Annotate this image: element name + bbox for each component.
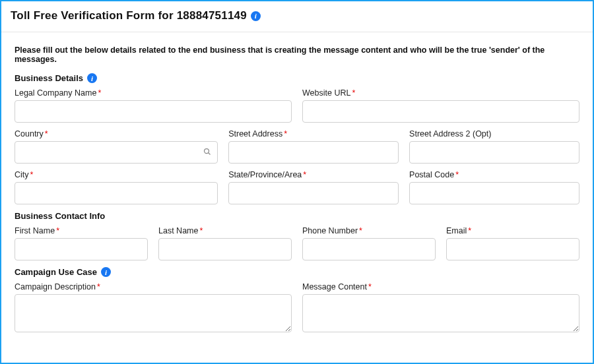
info-icon[interactable]: i (251, 11, 261, 21)
field-street1: Street Address* (228, 129, 399, 164)
field-message-content: Message Content* (302, 282, 579, 332)
required-mark: * (468, 226, 471, 235)
label-text: City (15, 170, 29, 179)
label-website: Website URL* (302, 88, 579, 98)
label-state: State/Province/Area* (228, 170, 399, 179)
input-last-name[interactable] (158, 238, 292, 260)
required-mark: * (45, 129, 48, 138)
country-search-wrap (15, 141, 218, 164)
section-title: Business Details (15, 73, 83, 83)
field-phone: Phone Number* (302, 226, 436, 260)
label-street1: Street Address* (228, 129, 399, 138)
label-email: Email* (446, 226, 579, 235)
row-business-2: Country* Street Address* Street Address … (15, 129, 579, 164)
label-last-name: Last Name* (158, 226, 292, 235)
required-mark: * (455, 170, 459, 179)
required-mark: * (368, 282, 372, 291)
field-first-name: First Name* (15, 226, 148, 260)
input-city[interactable] (15, 182, 218, 204)
label-message-content: Message Content* (302, 282, 579, 291)
field-country: Country* (15, 129, 218, 164)
required-mark: * (199, 226, 203, 235)
input-postal[interactable] (409, 182, 579, 204)
label-text: Email (446, 226, 467, 235)
field-email: Email* (446, 226, 579, 260)
input-phone[interactable] (302, 238, 436, 260)
input-country[interactable] (15, 141, 218, 164)
section-title: Campaign Use Case (15, 267, 97, 277)
label-text: Street Address (228, 129, 282, 138)
required-mark: * (97, 282, 100, 291)
row-contact: First Name* Last Name* Phone Number* Ema… (15, 226, 579, 260)
section-business-details: Business Details i (15, 73, 579, 83)
section-contact-info: Business Contact Info (15, 211, 579, 221)
field-legal-name: Legal Company Name* (15, 88, 292, 123)
required-mark: * (98, 88, 101, 98)
label-campaign-description: Campaign Description* (15, 282, 292, 291)
field-website: Website URL* (302, 88, 579, 123)
label-text: Street Address 2 (Opt) (409, 129, 491, 138)
field-city: City* (15, 170, 218, 204)
label-street2: Street Address 2 (Opt) (409, 129, 579, 138)
label-text: Message Content (302, 282, 367, 291)
page-title: Toll Free Verification Form for 18884751… (11, 9, 247, 22)
row-campaign: Campaign Description* Message Content* (15, 282, 579, 332)
field-postal: Postal Code* (409, 170, 579, 204)
label-legal-name: Legal Company Name* (15, 88, 292, 98)
required-mark: * (30, 170, 34, 179)
input-campaign-description[interactable] (15, 294, 292, 332)
input-email[interactable] (446, 238, 579, 260)
section-campaign: Campaign Use Case i (15, 267, 579, 277)
label-first-name: First Name* (15, 226, 148, 235)
input-first-name[interactable] (15, 238, 148, 260)
label-text: Country (15, 129, 44, 138)
label-text: State/Province/Area (228, 170, 302, 179)
label-text: Postal Code (409, 170, 454, 179)
label-text: First Name (15, 226, 55, 235)
form-frame: Toll Free Verification Form for 18884751… (0, 0, 594, 364)
field-state: State/Province/Area* (228, 170, 399, 204)
field-street2: Street Address 2 (Opt) (409, 129, 579, 164)
input-street2[interactable] (409, 141, 579, 164)
label-text: Last Name (158, 226, 198, 235)
field-campaign-description: Campaign Description* (15, 282, 292, 332)
input-website[interactable] (302, 100, 579, 123)
required-mark: * (352, 88, 355, 98)
label-city: City* (15, 170, 218, 179)
label-text: Legal Company Name (15, 88, 96, 98)
row-business-1: Legal Company Name* Website URL* (15, 88, 579, 123)
required-mark: * (359, 226, 362, 235)
info-icon[interactable]: i (87, 73, 97, 83)
input-state[interactable] (228, 182, 399, 204)
label-text: Website URL (302, 88, 350, 98)
divider (1, 32, 593, 32)
required-mark: * (284, 129, 287, 138)
row-business-3: City* State/Province/Area* Postal Code* (15, 170, 579, 204)
input-legal-name[interactable] (15, 100, 292, 123)
section-title: Business Contact Info (15, 211, 105, 221)
instructions-text: Please fill out the below details relate… (15, 46, 579, 64)
label-country: Country* (15, 129, 218, 138)
label-text: Campaign Description (15, 282, 96, 291)
required-mark: * (56, 226, 59, 235)
label-postal: Postal Code* (409, 170, 579, 179)
label-phone: Phone Number* (302, 226, 436, 235)
input-message-content[interactable] (302, 294, 579, 332)
label-text: Phone Number (302, 226, 358, 235)
page-title-row: Toll Free Verification Form for 18884751… (11, 9, 583, 32)
input-street1[interactable] (228, 141, 399, 164)
required-mark: * (303, 170, 306, 179)
info-icon[interactable]: i (101, 267, 111, 277)
field-last-name: Last Name* (158, 226, 292, 260)
